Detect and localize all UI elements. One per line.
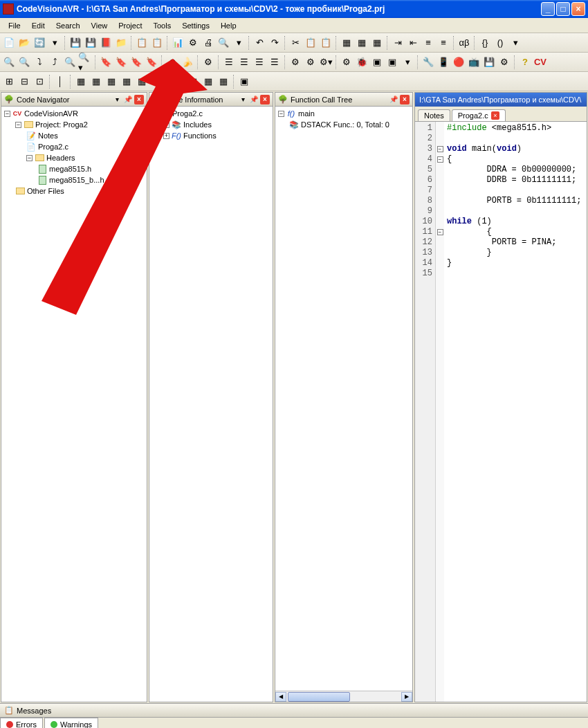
tab-close-icon[interactable]: × [491, 111, 499, 120]
tree-file[interactable]: − Proga2.c [151, 108, 271, 119]
chip-icon[interactable]: ▣ [369, 55, 385, 70]
paste-icon[interactable]: 📋 [318, 35, 333, 51]
view5-icon[interactable]: ▦ [134, 74, 149, 89]
list1-icon[interactable]: ☰ [221, 55, 237, 70]
tab-notes[interactable]: Notes [418, 109, 450, 121]
project-open-icon[interactable]: 📋 [149, 35, 165, 51]
find-prev-icon[interactable]: ⤴ [47, 55, 62, 70]
fold-icon[interactable]: − [437, 229, 443, 235]
print-icon[interactable]: 🖨 [201, 35, 216, 51]
pin-icon[interactable]: 📌 [249, 95, 259, 104]
tab-file[interactable]: Proga2.c × [452, 109, 506, 121]
collapse-icon[interactable]: − [4, 111, 10, 117]
tree-dstack[interactable]: 📚 DSTACK Func.: 0, Total: 0 [277, 119, 411, 130]
find-icon[interactable]: 🔍 [1, 55, 17, 70]
collapse-icon[interactable]: − [278, 111, 284, 117]
build-all-icon[interactable]: ⚙ [303, 55, 318, 70]
tool6-icon[interactable]: ⚙ [497, 55, 512, 70]
window2-icon[interactable]: ⊟ [17, 74, 32, 89]
expand-icon[interactable]: + [163, 122, 169, 128]
build-icon[interactable]: ⚙ [201, 55, 216, 70]
menu-tools[interactable]: Tools [147, 20, 176, 31]
bookmark-clear-icon[interactable]: 🔖 [144, 55, 159, 70]
window1-icon[interactable]: ⊞ [1, 74, 17, 89]
find-files-icon[interactable]: 🔍 [62, 55, 77, 70]
alpha-icon[interactable]: αβ [457, 35, 472, 51]
view2-icon[interactable]: ▦ [89, 74, 104, 89]
window3-icon[interactable]: ⊡ [32, 74, 47, 89]
open-icon[interactable]: 📂 [17, 35, 32, 51]
tool5-icon[interactable]: 💾 [481, 55, 497, 70]
list3-icon[interactable]: ☰ [252, 55, 267, 70]
list2-icon[interactable]: ☰ [237, 55, 252, 70]
tree-root[interactable]: − CV CodeVisionAVR [3, 108, 145, 119]
open-folder-icon[interactable]: 📁 [113, 35, 129, 51]
tab-errors[interactable]: Errors [0, 718, 43, 728]
close-icon[interactable]: × [260, 95, 270, 104]
collapse-icon[interactable]: − [152, 111, 158, 117]
tool4-icon[interactable]: 📺 [466, 55, 481, 70]
find-all-icon[interactable]: 🔍▾ [77, 55, 93, 70]
dropdown-icon[interactable]: ▾ [47, 35, 62, 51]
close-icon[interactable]: × [134, 95, 144, 104]
copy-icon[interactable]: 📋 [303, 35, 318, 51]
line-icon[interactable]: │ [53, 74, 68, 89]
tree-headers[interactable]: − Headers [3, 152, 145, 163]
chip2-icon[interactable]: ▣ [385, 55, 400, 70]
table1-icon[interactable]: ▦ [185, 74, 201, 89]
collapse-icon[interactable]: − [26, 155, 33, 161]
block2-icon[interactable]: ▦ [354, 35, 369, 51]
build-dd-icon[interactable]: ⚙▾ [318, 55, 333, 70]
close-file-icon[interactable]: 📕 [98, 35, 113, 51]
view1-icon[interactable]: ▦ [73, 74, 89, 89]
terminal-icon[interactable]: ▣ [237, 74, 252, 89]
redo-icon[interactable]: ↷ [267, 35, 282, 51]
fold-icon[interactable]: − [437, 156, 443, 163]
tree-project[interactable]: − Project: Proga2 [3, 119, 145, 130]
view7-icon[interactable]: ▦ [165, 74, 180, 89]
view6-icon[interactable]: ▦ [149, 74, 165, 89]
menu-file[interactable]: File [3, 20, 26, 31]
code-text[interactable]: #include <mega8515.h> void main(void) { … [444, 122, 587, 702]
dropdown2-icon[interactable]: ▾ [508, 35, 523, 51]
help-icon[interactable]: ? [517, 55, 533, 70]
stop-icon[interactable]: ⊘ [165, 55, 180, 70]
tab-warnings[interactable]: Warnings [44, 718, 98, 728]
tool1-icon[interactable]: 🔧 [421, 55, 436, 70]
scroll-thumb[interactable] [288, 692, 350, 702]
bookmark-icon[interactable]: 🔖 [98, 55, 113, 70]
undo-icon[interactable]: ↶ [252, 35, 267, 51]
block-icon[interactable]: ▦ [339, 35, 354, 51]
tree-other[interactable]: Other Files [3, 185, 145, 197]
refresh-icon[interactable]: 🔄 [32, 35, 47, 51]
menu-help[interactable]: Help [215, 20, 242, 31]
brace-icon[interactable]: {} [477, 35, 493, 51]
menu-edit[interactable]: Edit [26, 20, 50, 31]
minimize-button[interactable]: _ [541, 2, 555, 16]
save-icon[interactable]: 💾 [68, 35, 83, 51]
tree-header1[interactable]: mega8515.h [3, 163, 145, 174]
new-file-icon[interactable]: 📄 [1, 35, 17, 51]
compile-icon[interactable]: ⚙ [288, 55, 303, 70]
menu-view[interactable]: View [86, 20, 113, 31]
save-all-icon[interactable]: 💾 [83, 35, 98, 51]
tool3-icon[interactable]: 🔴 [451, 55, 466, 70]
tree-header2[interactable]: mega8515_b...h [3, 174, 145, 185]
project-icon[interactable]: 📋 [134, 35, 149, 51]
bug-icon[interactable]: 🐞 [354, 55, 369, 70]
view4-icon[interactable]: ▦ [119, 74, 134, 89]
arrow-icon[interactable]: ▾ [231, 35, 246, 51]
cv-icon[interactable]: CV [533, 55, 548, 70]
outdent-icon[interactable]: ⇤ [405, 35, 421, 51]
config-icon[interactable]: ⚙ [185, 35, 201, 51]
tree-source[interactable]: 📄 Proga2.c [3, 141, 145, 152]
scroll-left-icon[interactable]: ◀ [275, 692, 286, 702]
collapse-icon[interactable]: − [15, 122, 21, 128]
dropdown-icon[interactable]: ▾ [238, 95, 248, 104]
view3-icon[interactable]: ▦ [104, 74, 119, 89]
close-button[interactable]: × [571, 2, 585, 16]
table2-icon[interactable]: ▦ [201, 74, 216, 89]
replace-icon[interactable]: 🔍 [17, 55, 32, 70]
tree-main[interactable]: − f() main [277, 108, 411, 119]
chart-icon[interactable]: 📊 [170, 35, 185, 51]
